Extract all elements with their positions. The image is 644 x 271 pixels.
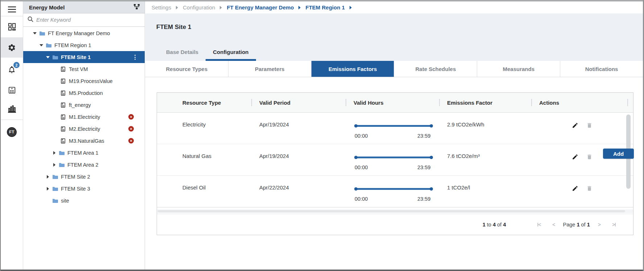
subtab-emissions-factors[interactable]: Emissions Factors [311, 61, 395, 77]
tree-panel-header: Energy Model [23, 1, 145, 13]
report-icon [8, 86, 16, 94]
rail-divider [1, 16, 23, 16]
horizontal-scrollbar[interactable] [157, 209, 633, 213]
tree-item[interactable]: FTEM Region 1 [23, 39, 145, 51]
tree-item[interactable]: M5.Production [23, 87, 145, 99]
delete-trash-icon[interactable] [586, 185, 593, 207]
page-title: FTEM Site 1 [156, 24, 191, 31]
chevron-right-icon[interactable] [46, 175, 50, 179]
valid-period-value: Apr/22/2024 [251, 176, 346, 207]
delete-trash-icon[interactable] [586, 122, 593, 144]
chevron-right-icon[interactable] [46, 187, 50, 191]
tree-item[interactable]: FT Energy Manager Demo [23, 27, 145, 39]
breadcrumb-item[interactable]: Configuration [183, 4, 215, 11]
meter-icon [61, 114, 65, 120]
breadcrumb-item[interactable]: Settings [152, 4, 171, 11]
subtab-measurands[interactable]: Measurands [477, 61, 560, 77]
tree-item[interactable]: M3.NaturalGas ✕ [23, 135, 145, 147]
subtab-resource-types[interactable]: Resource Types [145, 61, 228, 77]
tab-configuration[interactable]: Configuration [213, 49, 248, 61]
window-top-border [1, 0, 643, 1]
subtab-notifications[interactable]: Notifications [560, 61, 643, 77]
emissions-factor-value: 2.9 tCO2e/kWh [439, 113, 531, 144]
dashboard-button[interactable] [1, 19, 23, 35]
tree-search-row [23, 13, 145, 27]
tree-item[interactable]: Test VM [23, 63, 145, 75]
edit-pencil-icon[interactable] [572, 154, 578, 175]
tree-item[interactable]: M1.Electricity ✕ [23, 111, 145, 123]
previous-page-icon[interactable]: < [552, 222, 555, 228]
first-page-icon[interactable]: I< [537, 222, 541, 228]
chevron-right-icon[interactable] [52, 151, 57, 155]
tree-item[interactable]: M19.ProcessValue [23, 75, 145, 87]
menu-button[interactable] [1, 1, 23, 17]
valid-hours-cell: 00:00 23:59 [346, 144, 439, 175]
tree-item[interactable]: site [23, 195, 145, 207]
analytics-button[interactable] [1, 101, 23, 117]
folder-icon [52, 174, 58, 179]
delete-trash-icon[interactable] [586, 154, 593, 175]
tree-item[interactable]: FTEM Area 2 [23, 159, 145, 171]
hours-start-label: 00:00 [355, 133, 368, 139]
energy-model-panel: Energy Model FT Energy Manager Demo FTEM… [23, 1, 145, 270]
sitemap-icon[interactable] [133, 4, 140, 11]
page-indicator: Page 1 of 1 [563, 222, 590, 228]
hours-range-slider[interactable] [355, 125, 433, 127]
table-row: Electricity Apr/19/2024 00:00 23:59 2.9 … [157, 113, 633, 144]
tree-item-label: FT Energy Manager Demo [48, 30, 110, 36]
tab-base-details[interactable]: Base Details [166, 49, 198, 61]
tree-item[interactable]: M2.Electricity ✕ [23, 123, 145, 135]
ft-logo-button[interactable]: FT [1, 124, 23, 140]
table-row: Diesel Oil Apr/22/2024 00:00 23:59 1 tCO… [157, 176, 633, 207]
error-badge-icon: ✕ [128, 126, 134, 132]
notifications-button[interactable]: 2 [1, 62, 23, 78]
settings-button[interactable] [1, 37, 23, 58]
hours-range-slider[interactable] [355, 157, 433, 158]
tree-item[interactable]: FTEM Site 3 [23, 183, 145, 195]
folder-icon [52, 198, 58, 203]
report-button[interactable] [1, 82, 23, 98]
notifications-bell-icon: 2 [8, 65, 16, 74]
resource-type-value: Natural Gas [157, 144, 251, 175]
last-page-icon[interactable]: >I [612, 222, 616, 228]
subtab-parameters[interactable]: Parameters [228, 61, 311, 77]
breadcrumb-item[interactable]: FTEM Region 1 [305, 4, 344, 11]
subtab-rate-schedules[interactable]: Rate Schedules [394, 61, 477, 77]
resource-type-value: Electricity [157, 113, 251, 144]
tree-item[interactable]: FTEM Site 2 [23, 171, 145, 183]
settings-gear-icon [8, 43, 16, 52]
tree-list: FT Energy Manager Demo FTEM Region 1 FTE… [23, 27, 145, 270]
range-from: 1 [483, 222, 486, 228]
hours-range-slider[interactable] [355, 188, 433, 190]
error-badge-icon: ✕ [128, 138, 134, 143]
pagination-bar: 1 to 4 of 4 I< < Page 1 of 1 > >I [157, 214, 633, 235]
folder-icon [59, 162, 65, 167]
edit-pencil-icon[interactable] [572, 122, 578, 144]
chevron-right-icon[interactable] [52, 163, 57, 167]
next-page-icon[interactable]: > [598, 222, 600, 228]
meter-icon [61, 79, 65, 84]
kebab-menu-icon[interactable] [132, 54, 138, 61]
chevron-down-icon[interactable] [39, 44, 44, 46]
tree-item-label: M2.Electricity [69, 126, 100, 132]
horizontal-scrollbar-thumb[interactable] [158, 210, 625, 212]
error-badge-icon: ✕ [128, 114, 134, 120]
tree-item-label: Test VM [69, 66, 88, 72]
left-icon-rail: 2 FT [1, 1, 23, 270]
page-word: Page [563, 222, 575, 228]
range-total: 4 [503, 222, 506, 228]
tree-item[interactable]: FTEM Area 1 [23, 147, 145, 159]
tree-item-selected[interactable]: FTEM Site 1 [23, 51, 145, 63]
hours-end-label: 23:59 [417, 133, 430, 139]
edit-pencil-icon[interactable] [572, 185, 578, 207]
hours-end-label: 23:59 [417, 196, 430, 202]
chevron-down-icon[interactable] [33, 32, 37, 34]
tree-item-label: M19.ProcessValue [69, 78, 113, 84]
add-button[interactable]: Add [603, 149, 634, 159]
tree-item[interactable]: ft_energy [23, 99, 145, 111]
tree-item-label: M5.Production [69, 90, 103, 96]
chevron-down-icon[interactable] [46, 56, 50, 58]
hours-start-label: 00:00 [355, 164, 368, 170]
breadcrumb-item[interactable]: FT Energy Manager Demo [227, 4, 294, 11]
search-input[interactable] [36, 17, 141, 23]
